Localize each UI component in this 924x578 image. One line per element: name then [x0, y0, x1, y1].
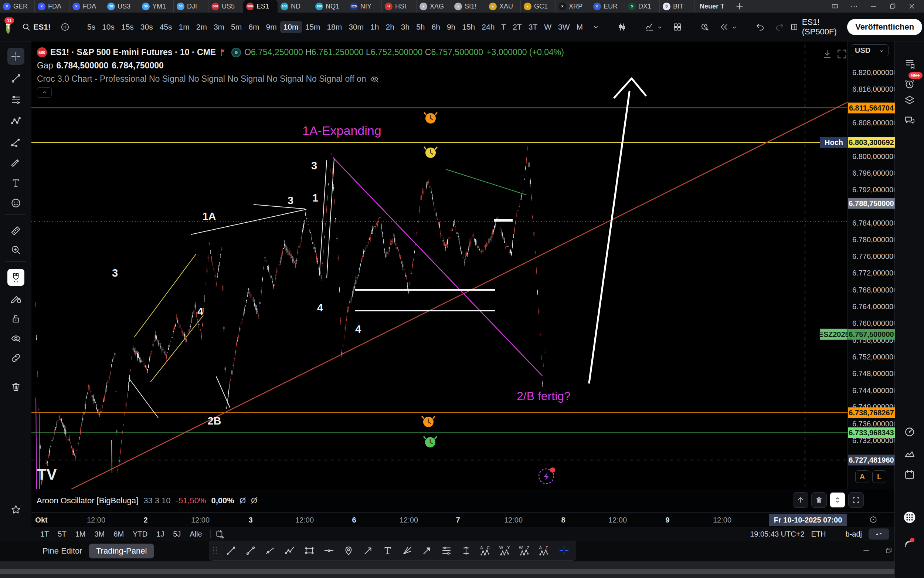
- wave-label[interactable]: 4: [317, 302, 323, 313]
- browser-tab-xag[interactable]: ▲XAG: [416, 0, 451, 13]
- new-tab-plus-button[interactable]: [730, 0, 749, 13]
- chat-icon[interactable]: [901, 112, 918, 129]
- projection-arrow[interactable]: [589, 92, 629, 383]
- active-symbol-label[interactable]: ES1!(SP500F): [802, 17, 840, 37]
- interval-30s[interactable]: 30s: [137, 21, 156, 33]
- interval-3h[interactable]: 3h: [398, 21, 413, 33]
- wave-label[interactable]: 1A: [202, 210, 216, 222]
- trendline-drawing[interactable]: [36, 100, 848, 489]
- trendline-drawing[interactable]: [129, 378, 158, 418]
- legend-title[interactable]: ES1! · S&P 500 E-mini Futures · 10 · CME: [50, 47, 216, 57]
- drawing-rectangle-tool[interactable]: [301, 542, 317, 559]
- brush-tool[interactable]: [7, 154, 24, 172]
- broadcast-icon[interactable]: [901, 534, 918, 550]
- interval-dropdown[interactable]: [588, 21, 603, 33]
- close-icon[interactable]: [908, 2, 916, 10]
- interval-1h[interactable]: 1h: [367, 21, 382, 33]
- support-zone-line[interactable]: [494, 219, 513, 222]
- interval-2h[interactable]: 2h: [382, 21, 397, 33]
- layout-button[interactable]: [669, 20, 686, 34]
- trendline-drawing[interactable]: [112, 440, 112, 473]
- trading-panel-tab[interactable]: Trading-Panel: [89, 544, 154, 559]
- browser-tab-fda[interactable]: XFDA: [70, 0, 104, 13]
- alert-clock-icon[interactable]: [424, 437, 437, 448]
- zoom-in-tool[interactable]: [7, 242, 24, 258]
- alerts-icon[interactable]: 99+: [901, 75, 918, 93]
- price-axis[interactable]: USD 6.820,0000006.816,0000006.808,000000…: [848, 41, 895, 512]
- interval-9m[interactable]: 9m: [262, 21, 280, 33]
- panel-restore-icon[interactable]: [884, 546, 893, 555]
- pane-move-up-button[interactable]: [793, 492, 808, 508]
- range-1t[interactable]: 1T: [37, 529, 52, 539]
- wave-label[interactable]: 4: [355, 323, 361, 335]
- interval-2T[interactable]: 2T: [509, 21, 525, 33]
- interval-5m[interactable]: 5m: [228, 21, 245, 33]
- favorites-star[interactable]: [7, 501, 24, 518]
- interval-15m[interactable]: 15m: [302, 21, 324, 33]
- drawing-horizontal-ray-tool[interactable]: [321, 542, 337, 559]
- currency-dropdown[interactable]: USD: [851, 44, 888, 56]
- annotation-text[interactable]: 1A-Expanding: [302, 123, 382, 138]
- axis-button-a[interactable]: A: [855, 470, 869, 483]
- range-5t[interactable]: 5T: [54, 529, 70, 539]
- link-tool[interactable]: [7, 349, 24, 367]
- trendline-tool[interactable]: [7, 70, 24, 87]
- alert-clock-icon[interactable]: [424, 147, 437, 158]
- drawing-price-range-tool[interactable]: [458, 542, 474, 559]
- drawing-arrow-marker-tool[interactable]: [419, 542, 435, 559]
- wave-label[interactable]: 4: [197, 305, 203, 317]
- interval-1m[interactable]: 1m: [176, 21, 193, 33]
- lock-drawings-tool[interactable]: [7, 310, 24, 327]
- trendline-drawing[interactable]: [150, 315, 203, 382]
- browser-tab-gc1[interactable]: ▲GC1: [521, 0, 555, 13]
- drawing-ae-pattern-tool[interactable]: A E: [536, 542, 553, 559]
- replay-button[interactable]: [715, 20, 741, 34]
- range-1j[interactable]: 1J: [153, 529, 168, 539]
- drawing-abcd-pattern-tool[interactable]: A C: [477, 542, 494, 559]
- panel-minimize-icon[interactable]: [862, 546, 871, 555]
- browser-tab-nq1[interactable]: 100NQ1: [312, 0, 347, 13]
- flag-icon[interactable]: [219, 48, 228, 57]
- chart-style-button[interactable]: [613, 20, 631, 34]
- pine-editor-tab[interactable]: Pine Editor: [35, 544, 90, 559]
- scroll-to-recent-button[interactable]: [821, 48, 833, 60]
- browser-tab-eur[interactable]: €EUR: [590, 0, 625, 13]
- alert-clock-icon[interactable]: [422, 416, 435, 427]
- browser-tab-xau[interactable]: ▲XAU: [486, 0, 521, 13]
- drawing-pencil-line-tool[interactable]: [223, 542, 239, 559]
- chart-area[interactable]: 3131A34442B1A-Expanding2/B fertig?HochES…: [31, 41, 848, 489]
- crosshair-tool[interactable]: [7, 48, 24, 65]
- interval-M[interactable]: M: [573, 21, 587, 33]
- range-6m[interactable]: 6M: [110, 529, 128, 539]
- interval-15s[interactable]: 15s: [118, 21, 137, 33]
- magnet-tool[interactable]: [7, 269, 24, 286]
- range-alle[interactable]: Alle: [186, 529, 206, 539]
- trendline-drawing[interactable]: [216, 377, 230, 408]
- interval-45s[interactable]: 45s: [156, 21, 176, 33]
- interval-T[interactable]: T: [498, 21, 509, 33]
- interval-W[interactable]: W: [541, 21, 555, 33]
- legend-collapse-button[interactable]: [37, 87, 52, 97]
- interval-15h[interactable]: 15h: [459, 21, 478, 33]
- oscillator-title[interactable]: Aroon Oscillator [BigBeluga]: [37, 496, 138, 505]
- interval-5s[interactable]: 5s: [84, 21, 99, 33]
- wave-label[interactable]: 3: [288, 195, 293, 206]
- drawing-pin-tool[interactable]: [340, 542, 357, 559]
- projection-tool[interactable]: [7, 134, 24, 151]
- screener-radar-icon[interactable]: [901, 424, 918, 440]
- annotation-text[interactable]: 2/B fertig?: [517, 390, 571, 403]
- minimize-icon[interactable]: [869, 2, 877, 10]
- drawing-ray-tool[interactable]: [262, 542, 278, 559]
- interval-5h[interactable]: 5h: [413, 21, 428, 33]
- pane-delete-button[interactable]: [811, 492, 827, 508]
- ideas-icon[interactable]: [901, 445, 918, 462]
- support-zone-line[interactable]: [355, 289, 495, 291]
- drawing-trendline-tool[interactable]: [243, 542, 259, 559]
- pattern-tool[interactable]: [7, 113, 24, 130]
- trendline-drawing[interactable]: [327, 159, 334, 278]
- browser-tab-hsi[interactable]: HHSI: [382, 0, 416, 13]
- remove-drawings-tool[interactable]: [7, 378, 24, 395]
- browser-tab-us3[interactable]: 30US3: [104, 0, 139, 13]
- browser-new-tab[interactable]: Neuer T: [694, 0, 730, 13]
- session-label[interactable]: ETH: [811, 530, 826, 538]
